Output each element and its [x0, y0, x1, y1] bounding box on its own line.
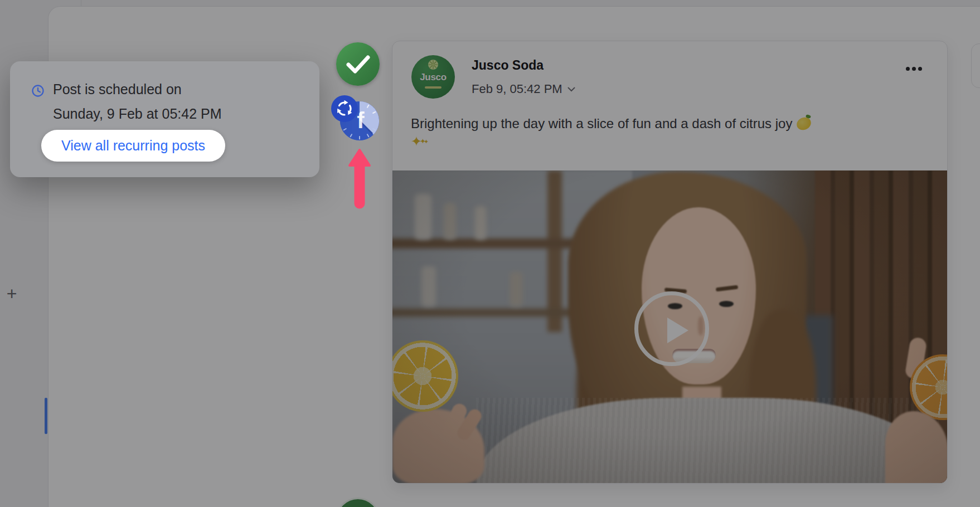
schedule-tooltip: Post is scheduled on Sunday, 9 Feb at 05…: [10, 61, 319, 177]
view-recurring-posts-button[interactable]: View all recurring posts: [41, 130, 225, 162]
recurring-post-badge: [331, 95, 358, 122]
tooltip-text-line2: Sunday, 9 Feb at 05:42 PM: [53, 106, 222, 122]
app-screen: + Jusco Jusco Soda Feb 9, 05:42 PM: [0, 0, 980, 507]
checkmark-icon: [336, 42, 380, 86]
tour-pointer-arrow: [347, 148, 372, 212]
clock-icon: [31, 84, 45, 98]
up-arrow-icon: [347, 148, 372, 209]
facebook-letter: f: [357, 108, 365, 133]
recycle-arrows-icon: [331, 95, 358, 122]
post-approved-button[interactable]: [336, 42, 380, 86]
tooltip-text-line1: Post is scheduled on: [53, 81, 182, 98]
